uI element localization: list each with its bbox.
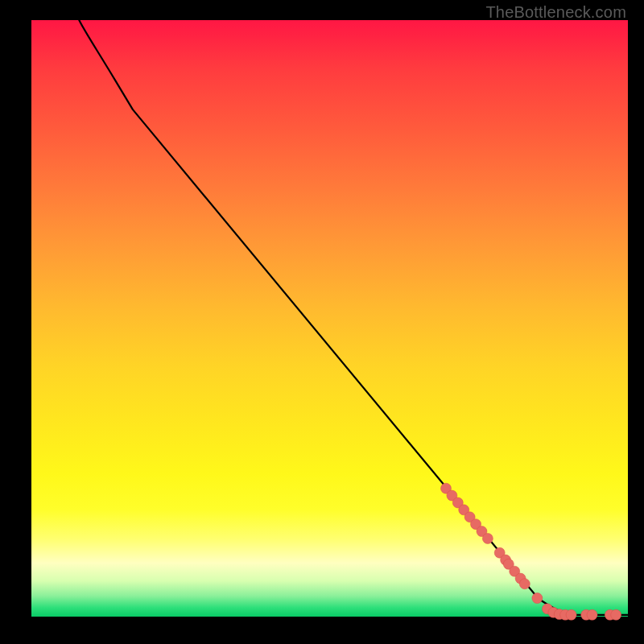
data-point (532, 593, 543, 604)
data-point (519, 579, 530, 589)
data-point (482, 533, 493, 543)
bottleneck-curve (79, 20, 628, 615)
plot-area (31, 20, 628, 617)
data-point (566, 609, 576, 620)
curve-layer (31, 20, 628, 617)
curve-markers (441, 483, 621, 620)
data-point (611, 609, 621, 620)
data-point (587, 609, 597, 620)
watermark-text: TheBottleneck.com (485, 3, 626, 22)
chart-frame: TheBottleneck.com (0, 0, 644, 644)
